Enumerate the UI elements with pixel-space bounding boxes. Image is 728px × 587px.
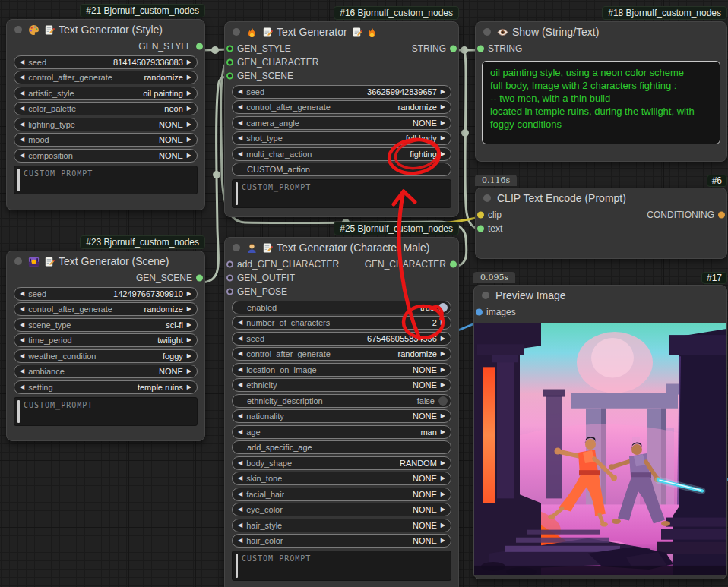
increment-arrow-icon[interactable]: ▶ — [187, 106, 191, 112]
collapse-dot[interactable] — [14, 257, 22, 265]
decrement-arrow-icon[interactable]: ◀ — [20, 137, 24, 143]
decrement-arrow-icon[interactable]: ◀ — [238, 538, 242, 544]
increment-arrow-icon[interactable]: ▶ — [187, 153, 191, 159]
increment-arrow-icon[interactable]: ▶ — [441, 382, 445, 388]
increment-arrow-icon[interactable]: ▶ — [187, 368, 191, 374]
widget-seed[interactable]: ◀seed814145079336083▶ — [14, 55, 198, 69]
input-port-gen-scene[interactable] — [226, 73, 233, 80]
toggle-knob[interactable] — [438, 303, 448, 312]
decrement-arrow-icon[interactable]: ◀ — [20, 153, 24, 159]
widget-enabled-toggle[interactable]: enabledtrue — [232, 301, 451, 314]
widget-number-of-characters[interactable]: ◀number_of_characters2▶ — [232, 316, 451, 330]
input-port-gen-character[interactable] — [226, 59, 233, 66]
widget-ambiance[interactable]: ◀ambianceNONE▶ — [14, 365, 198, 378]
increment-arrow-icon[interactable]: ▶ — [441, 120, 445, 126]
increment-arrow-icon[interactable]: ▶ — [441, 104, 445, 110]
widget-scene-type[interactable]: ◀scene_typesci-fi▶ — [14, 318, 198, 332]
increment-arrow-icon[interactable]: ▶ — [441, 507, 445, 513]
widget-seed[interactable]: ◀seed366259942839657▶ — [232, 85, 451, 99]
node-header[interactable]: CLIP Text Encode (Prompt) — [476, 188, 726, 208]
collapse-dot[interactable] — [483, 28, 491, 36]
output-port-gen-style[interactable] — [196, 43, 203, 50]
increment-arrow-icon[interactable]: ▶ — [441, 429, 445, 435]
widget-eye-color[interactable]: ◀eye_colorNONE▶ — [232, 503, 451, 516]
widget-ethnicity[interactable]: ◀ethnicityNONE▶ — [232, 378, 451, 392]
increment-arrow-icon[interactable]: ▶ — [441, 151, 445, 157]
collapse-dot[interactable] — [482, 292, 489, 299]
decrement-arrow-icon[interactable]: ◀ — [20, 306, 24, 312]
increment-arrow-icon[interactable]: ▶ — [441, 336, 445, 342]
decrement-arrow-icon[interactable]: ◀ — [238, 351, 242, 357]
decrement-arrow-icon[interactable]: ◀ — [238, 135, 242, 141]
decrement-arrow-icon[interactable]: ◀ — [238, 382, 242, 388]
decrement-arrow-icon[interactable]: ◀ — [20, 384, 24, 390]
node-header[interactable]: Text Generator — [225, 22, 458, 42]
widget-control-after-generate[interactable]: ◀control_after_generaterandomize▶ — [14, 302, 198, 316]
increment-arrow-icon[interactable]: ▶ — [187, 74, 191, 80]
decrement-arrow-icon[interactable]: ◀ — [20, 353, 24, 359]
widget-add-specific-age-input[interactable]: add_specific_age — [232, 440, 451, 454]
collapse-dot[interactable] — [233, 28, 240, 36]
node-clip-text-encode[interactable]: 0.116s #6 CLIP Text Encode (Prompt) clip… — [475, 188, 727, 259]
widget-seed[interactable]: ◀seed675466055834936▶ — [232, 332, 451, 346]
decrement-arrow-icon[interactable]: ◀ — [238, 491, 242, 497]
increment-arrow-icon[interactable]: ▶ — [187, 337, 191, 343]
custom-prompt-textarea[interactable]: CUSTOM_PROMPT — [232, 179, 451, 208]
output-port-conditioning[interactable] — [718, 212, 725, 219]
input-port-text[interactable] — [477, 226, 484, 232]
decrement-arrow-icon[interactable]: ◀ — [20, 90, 24, 96]
widget-location-on-image[interactable]: ◀location_on_imageNONE▶ — [232, 363, 451, 377]
widget-time-period[interactable]: ◀time_periodtwilight▶ — [14, 333, 198, 347]
widget-control-after-generate[interactable]: ◀control_after_generaterandomize▶ — [14, 71, 198, 84]
decrement-arrow-icon[interactable]: ◀ — [238, 104, 242, 110]
widget-setting[interactable]: ◀settingtemple ruins▶ — [14, 380, 198, 394]
widget-age[interactable]: ◀ageman▶ — [232, 425, 451, 439]
widget-nationality[interactable]: ◀nationalityNONE▶ — [232, 409, 451, 423]
input-port-string[interactable] — [477, 46, 484, 52]
preview-image[interactable] — [474, 323, 726, 575]
node-preview-image[interactable]: 0.095s #17 Preview Image images — [473, 285, 727, 579]
increment-arrow-icon[interactable]: ▶ — [187, 322, 191, 328]
custom-prompt-textarea[interactable]: CUSTOM_PROMPT — [14, 166, 198, 194]
toggle-knob[interactable] — [438, 396, 448, 406]
node-text-generator-character-male[interactable]: #25 Bjornulf_custom_nodes Text Generator… — [224, 237, 459, 587]
collapse-dot[interactable] — [483, 194, 491, 202]
collapse-dot[interactable] — [233, 244, 240, 251]
increment-arrow-icon[interactable]: ▶ — [187, 59, 191, 65]
widget-weather-condition[interactable]: ◀weather_conditionfoggy▶ — [14, 349, 198, 363]
node-header[interactable]: Text Generator (Style) — [7, 20, 204, 39]
decrement-arrow-icon[interactable]: ◀ — [20, 74, 24, 80]
node-header[interactable]: Show (String/Text) — [476, 22, 726, 42]
widget-body-shape[interactable]: ◀body_shapeRANDOM▶ — [232, 456, 451, 470]
widget-composition[interactable]: ◀compositionNONE▶ — [14, 149, 198, 163]
increment-arrow-icon[interactable]: ▶ — [441, 89, 445, 95]
decrement-arrow-icon[interactable]: ◀ — [238, 151, 242, 157]
decrement-arrow-icon[interactable]: ◀ — [20, 122, 24, 128]
custom-prompt-textarea[interactable]: CUSTOM_PROMPT — [232, 551, 451, 581]
widget-hair-style[interactable]: ◀hair_styleNONE▶ — [232, 519, 451, 532]
node-header[interactable]: Preview Image — [474, 286, 726, 305]
widget-artistic-style[interactable]: ◀artistic_styleoil painting▶ — [14, 87, 198, 100]
output-port-string[interactable] — [450, 46, 457, 52]
decrement-arrow-icon[interactable]: ◀ — [238, 320, 242, 326]
increment-arrow-icon[interactable]: ▶ — [187, 306, 191, 312]
widget-camera-angle[interactable]: ◀camera_angleNONE▶ — [232, 116, 451, 130]
widget-ethnicity-description-toggle[interactable]: ethnicity_descriptionfalse — [232, 394, 451, 408]
widget-mood[interactable]: ◀moodNONE▶ — [14, 133, 198, 147]
show-text-output[interactable]: oil painting style, using a neon color s… — [482, 61, 720, 144]
widget-skin-tone[interactable]: ◀skin_toneNONE▶ — [232, 472, 451, 485]
decrement-arrow-icon[interactable]: ◀ — [238, 429, 242, 435]
increment-arrow-icon[interactable]: ▶ — [187, 137, 191, 143]
increment-arrow-icon[interactable]: ▶ — [187, 291, 191, 297]
increment-arrow-icon[interactable]: ▶ — [441, 367, 445, 373]
increment-arrow-icon[interactable]: ▶ — [441, 351, 445, 357]
node-text-generator-style[interactable]: #21 Bjornulf_custom_nodes Text Generator… — [6, 19, 205, 210]
input-port-clip[interactable] — [477, 212, 484, 219]
output-port-gen-character[interactable] — [450, 261, 457, 268]
decrement-arrow-icon[interactable]: ◀ — [20, 368, 24, 374]
widget-shot-type[interactable]: ◀shot_typefull body▶ — [232, 131, 451, 145]
widget-control-after-generate[interactable]: ◀control_after_generaterandomize▶ — [232, 347, 451, 361]
input-port-gen-pose[interactable] — [226, 289, 233, 295]
widget-lighting-type[interactable]: ◀lighting_typeNONE▶ — [14, 118, 198, 131]
widget-multi-char-action[interactable]: ◀multi_char_actionfighting▶ — [232, 147, 451, 161]
